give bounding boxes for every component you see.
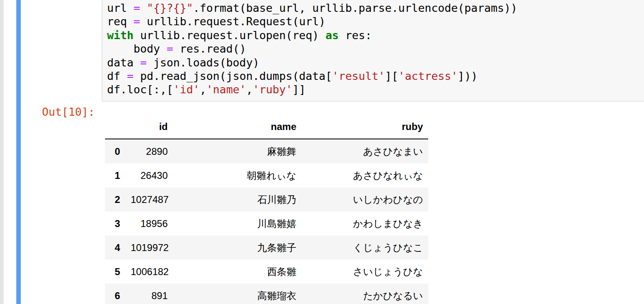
code-editor[interactable]: url = "{}?{}".format(base_url, urllib.pa… — [102, 0, 644, 97]
cell-name: 高雛瑠衣 — [173, 284, 302, 304]
code-cell: url = "{}?{}".format(base_url, urllib.pa… — [102, 0, 644, 101]
code-token: urllib.request.Request(url) — [140, 15, 325, 28]
code-token: data — [107, 56, 140, 69]
code-token: pd.read_json(json.dumps(data[ — [134, 70, 332, 82]
output-prompt: Out[10]: — [42, 106, 95, 118]
cell-ruby: たかひなるい — [302, 284, 428, 304]
code-token: 'actress' — [398, 70, 458, 82]
code-token: 'ruby' — [253, 83, 293, 96]
table-row: 6891高雛瑠衣たかひなるい — [105, 284, 428, 304]
code-token: "{}?{}" — [147, 2, 193, 14]
cell-id: 1019972 — [125, 236, 173, 260]
code-token: res.read() — [173, 42, 246, 55]
code-token: df — [107, 70, 127, 82]
cell-name: 麻雛舞 — [173, 139, 302, 163]
table-row: 51006182西条雛さいじょうひな — [105, 260, 428, 284]
row-index: 2 — [105, 187, 125, 211]
cell-id: 1027487 — [125, 187, 173, 211]
code-line: req = urllib.request.Request(url) — [107, 15, 644, 28]
code-token: ])) — [458, 70, 478, 82]
code-line: df.loc[:,['id','name','ruby']] — [107, 83, 644, 96]
row-index: 1 — [105, 163, 125, 187]
code-token: 'id' — [173, 83, 200, 96]
cell-ruby: あさひなまい — [302, 139, 428, 163]
code-token: urllib.request.urlopen(req) — [134, 29, 325, 42]
table-row: 02890麻雛舞あさひなまい — [105, 139, 428, 163]
cell-name: 朝雛れぃな — [173, 163, 302, 187]
code-token: = — [134, 2, 140, 14]
cell-id: 26430 — [125, 163, 173, 187]
code-line: url = "{}?{}".format(base_url, urllib.pa… — [107, 1, 644, 15]
code-line: df = pd.read_json(json.dumps(data['resul… — [107, 69, 644, 83]
code-line: body = res.read() — [107, 42, 644, 55]
table-row: 41019972九条雛子くじょうひなこ — [105, 236, 428, 260]
column-header-index — [105, 115, 125, 139]
code-token: 'result' — [332, 70, 385, 82]
table-row: 126430朝雛れぃなあさひなれぃな — [105, 163, 428, 187]
cell-name: 九条雛子 — [173, 236, 302, 260]
code-token: as — [325, 29, 339, 42]
cell-id: 2890 — [125, 139, 173, 163]
code-token: = — [127, 70, 134, 82]
cell-ruby: くじょうひなこ — [302, 236, 428, 260]
code-token: = — [166, 42, 173, 55]
table-header-row: idnameruby — [105, 115, 428, 139]
code-token: .format(base_url, urllib.parse.urlencode… — [193, 2, 517, 14]
table-row: 318956川島雛嬉かわしまひなき — [105, 211, 428, 236]
code-token: = — [134, 15, 140, 28]
cell-ruby: かわしまひなき — [302, 211, 428, 236]
row-index: 0 — [105, 139, 125, 163]
cell-name: 石川雛乃 — [173, 187, 302, 211]
column-header-ruby: ruby — [302, 115, 428, 139]
cell-name: 川島雛嬉 — [173, 211, 302, 236]
row-index: 5 — [105, 260, 125, 284]
cell-id: 18956 — [125, 211, 173, 236]
code-token: res: — [339, 29, 372, 42]
code-token: = — [140, 56, 147, 69]
table-row: 21027487石川雛乃いしかわひなの — [105, 187, 428, 211]
code-token: , — [246, 83, 252, 96]
cell-ruby: いしかわひなの — [302, 187, 428, 211]
code-token: ]] — [292, 83, 306, 96]
code-token: 'name' — [206, 83, 246, 96]
code-line: with urllib.request.urlopen(req) as res: — [107, 29, 644, 42]
page-edge-strip — [0, 0, 4, 304]
output-area: idnameruby 02890麻雛舞あさひなまい126430朝雛れぃなあさひな… — [105, 115, 428, 304]
code-token: json.loads(body) — [147, 56, 259, 69]
cell-name: 西条雛 — [173, 260, 302, 284]
code-token: , — [200, 83, 206, 96]
code-token: df.loc[:,[ — [107, 83, 173, 96]
code-token: body — [107, 42, 166, 55]
dataframe-table: idnameruby 02890麻雛舞あさひなまい126430朝雛れぃなあさひな… — [105, 115, 428, 304]
column-header-id: id — [125, 115, 173, 139]
code-token: with — [107, 29, 134, 42]
code-token: url — [107, 2, 134, 14]
dataframe-header: idnameruby — [105, 115, 428, 139]
dataframe-body: 02890麻雛舞あさひなまい126430朝雛れぃなあさひなれぃな21027487… — [105, 139, 428, 304]
code-token: ][ — [385, 70, 399, 82]
cell-id: 1006182 — [125, 260, 173, 284]
cell-ruby: さいじょうひな — [302, 260, 428, 284]
row-index: 4 — [105, 236, 125, 260]
row-index: 6 — [105, 284, 125, 304]
cell-ruby: あさひなれぃな — [302, 163, 428, 187]
code-token — [140, 2, 147, 14]
column-header-name: name — [173, 115, 302, 139]
selected-cell-indicator[interactable] — [16, 0, 21, 304]
code-token: req — [107, 15, 134, 28]
cell-id: 891 — [125, 284, 173, 304]
row-index: 3 — [105, 211, 125, 236]
code-line: data = json.loads(body) — [107, 56, 644, 69]
